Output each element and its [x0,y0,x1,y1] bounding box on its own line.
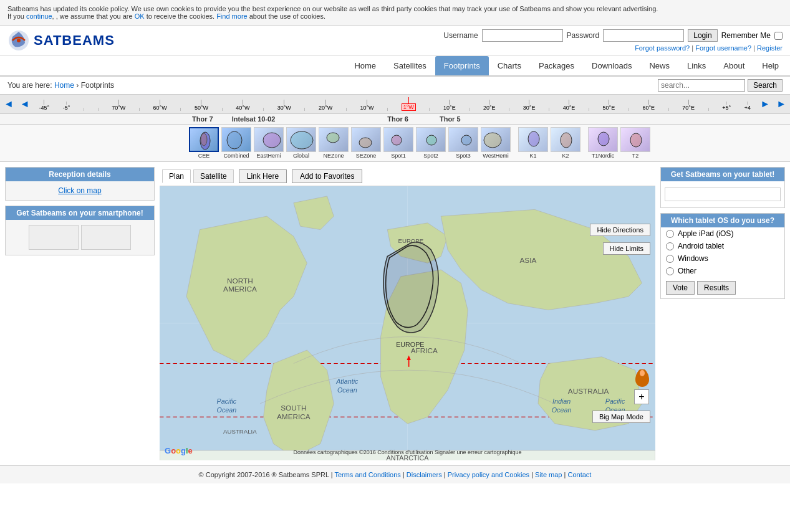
thumb-spot1[interactable]: Spot1 [383,127,413,159]
forgot-password-link[interactable]: Forgot password? [635,44,690,52]
thumb-spot3[interactable]: Spot3 [448,127,478,159]
password-label: Password [567,31,600,40]
privacy-link[interactable]: Privacy policy and Cookies [448,471,529,478]
ok-link[interactable]: OK [135,12,145,20]
svg-point-8 [359,138,372,148]
login-row: Username Password Login Remember Me [443,29,783,42]
reception-panel: Reception details Click on map [5,167,155,201]
breadcrumb-row: You are here: Home › Footprints Search [0,77,790,94]
plan-tab[interactable]: Plan [162,169,191,183]
svg-point-7 [327,133,339,143]
thumb-sezone[interactable]: SEZone [351,127,381,159]
forgot-username-link[interactable]: Forgot username? [695,44,751,52]
left-arrow[interactable]: ◄ [0,98,17,110]
svg-text:ASIA: ASIA [519,256,536,265]
hide-directions-button[interactable]: Hide Directions [590,224,650,236]
logo-icon [7,29,30,52]
thumb-row: CEE Combined EastHemi [0,125,790,161]
nav-home[interactable]: Home [345,56,385,75]
tablet-panel: Get Satbeams on your tablet! [660,167,785,208]
thumb-t1nordic[interactable]: T1Nordic [588,127,618,159]
street-view-icon[interactable] [635,369,649,387]
svg-point-6 [291,131,313,149]
continue-link[interactable]: continue [26,12,52,20]
right-panel: Get Satbeams on your tablet! Which table… [660,167,785,460]
nav-downloads[interactable]: Downloads [583,56,640,75]
nav-packages[interactable]: Packages [530,56,583,75]
left-arrow2[interactable]: ◄ [17,98,32,110]
poll-radio-windows[interactable] [666,255,674,263]
thumb-westhemi[interactable]: WestHemi [481,127,511,159]
tablet-input[interactable] [665,188,781,201]
svg-point-13 [528,131,539,146]
thumb-k1[interactable]: K1 [518,127,548,159]
svg-text:Pacific: Pacific [605,397,625,405]
thumb-t2[interactable]: T2 [620,127,650,159]
find-more-link[interactable]: Find more [216,12,248,20]
svg-text:Pacific: Pacific [217,397,237,405]
register-link[interactable]: Register [757,44,783,52]
sitemap-link[interactable]: Site map [535,471,562,478]
nav-about[interactable]: About [715,56,753,75]
password-input[interactable] [603,29,684,42]
thumb-global[interactable]: Global [286,127,316,159]
login-button[interactable]: Login [688,29,717,42]
hide-limits-button[interactable]: Hide Limits [603,242,650,255]
satellite-tab[interactable]: Satellite [193,169,234,183]
tablet-title: Get Satbeams on your tablet! [661,168,784,181]
login-area: Username Password Login Remember Me Forg… [443,29,783,52]
thumb-spot2[interactable]: Spot2 [416,127,446,159]
terms-link[interactable]: Terms and Conditions [334,471,400,478]
breadcrumb-current: Footprints [81,81,114,90]
svg-point-3 [201,133,207,146]
poll-option-android[interactable]: Android tablet [661,240,784,252]
thumb-cee[interactable]: CEE [189,127,219,159]
svg-text:Ocean: Ocean [217,406,237,414]
google-logo: Google [165,446,193,455]
thumb-easthemi[interactable]: EastHemi [254,127,284,159]
thumb-combined[interactable]: Combined [221,127,251,159]
right-arrow2[interactable]: ► [773,98,790,110]
search-input[interactable] [658,79,745,92]
nav: Home Satellites Footprints Charts Packag… [0,56,790,77]
breadcrumb: You are here: Home › Footprints [7,81,114,90]
vote-button[interactable]: Vote [666,281,695,295]
nav-help[interactable]: Help [753,56,788,75]
logo-text: SATBEAMS [34,32,115,49]
smartphone-panel: Get Satbeams on your smartphone! [5,206,155,255]
big-map-button[interactable]: Big Map Mode [592,411,650,423]
contact-link[interactable]: Contact [567,471,591,478]
poll-radio-ios[interactable] [666,230,674,238]
nav-charts[interactable]: Charts [489,56,530,75]
poll-radio-android[interactable] [666,242,674,250]
poll-option-ios[interactable]: Apple iPad (iOS) [661,227,784,240]
nav-links[interactable]: Links [678,56,715,75]
poll-option-windows[interactable]: Windows [661,252,784,265]
search-button[interactable]: Search [748,79,783,92]
nav-news[interactable]: News [640,56,678,75]
map-view[interactable]: Pacific Ocean Atlantic Ocean Indian Ocea… [160,186,655,460]
disclaimers-link[interactable]: Disclaimers [407,471,442,478]
right-arrow[interactable]: ► [758,98,773,110]
thumb-k2[interactable]: K2 [551,127,580,159]
username-input[interactable] [482,29,563,42]
link-here-button[interactable]: Link Here [239,169,287,183]
poll-radio-other[interactable] [666,267,674,275]
breadcrumb-home[interactable]: Home [54,81,74,90]
map-zoom-button[interactable]: + [634,389,649,404]
add-favorites-button[interactable]: Add to Favorites [292,169,362,183]
click-on-map-link[interactable]: Click on map [58,186,101,195]
results-button[interactable]: Results [697,281,736,295]
svg-point-10 [426,135,436,145]
poll-question: Which tablet OS do you use? [661,214,784,227]
svg-point-11 [461,135,471,145]
remember-me-checkbox[interactable] [774,32,783,40]
cookie-text2: If you [7,12,24,20]
poll-option-other[interactable]: Other [661,265,784,277]
svg-point-9 [392,135,402,145]
app-store-placeholder[interactable] [29,225,79,250]
nav-footprints[interactable]: Footprints [435,56,489,75]
google-play-placeholder[interactable] [81,225,131,250]
thumb-nezone[interactable]: NEZone [319,127,349,159]
nav-satellites[interactable]: Satellites [385,56,435,75]
